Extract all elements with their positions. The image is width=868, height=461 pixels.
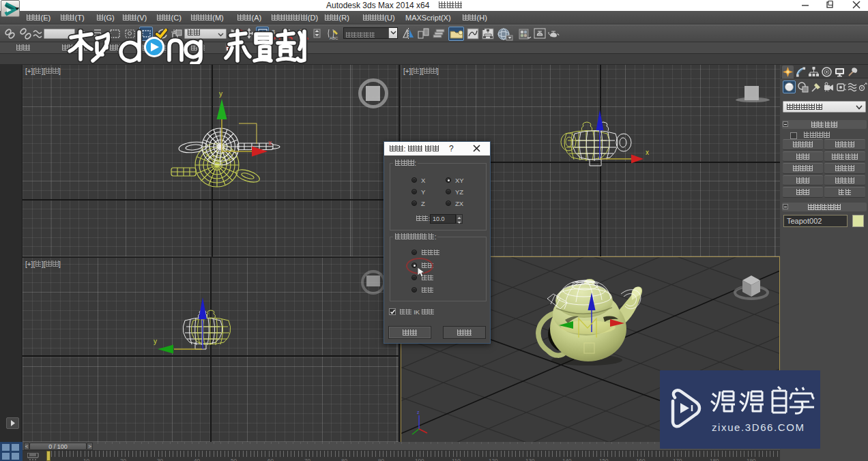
svg-text:y: y [219,90,222,98]
svg-text:x: x [268,139,272,147]
svg-text:zixue.3D66.COM: zixue.3D66.COM [712,421,805,433]
svg-text:ABC: ABC [330,36,338,40]
svg-text:z: z [417,410,420,415]
svg-text:x: x [646,149,649,156]
svg-text:y: y [154,338,157,345]
